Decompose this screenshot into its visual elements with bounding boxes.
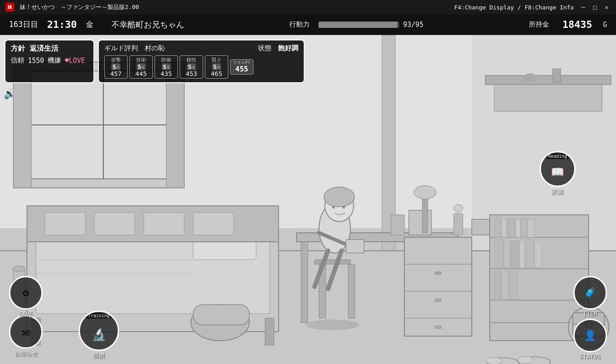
svg-rect-70 xyxy=(494,271,501,299)
svg-rect-64 xyxy=(494,240,503,267)
item-button[interactable]: 🧳 ITEM xyxy=(573,276,607,319)
shortcut-hint: F4:Change Display / F8:Change Info xyxy=(454,4,574,11)
maximize-button[interactable]: □ xyxy=(591,3,599,11)
svg-rect-62 xyxy=(521,218,527,237)
svg-rect-43 xyxy=(454,215,463,235)
svg-rect-60 xyxy=(507,218,515,237)
svg-rect-24 xyxy=(144,213,184,235)
svg-rect-65 xyxy=(504,242,510,267)
notification-button[interactable]: ✉ お知らせ xyxy=(9,315,43,360)
gold-value: 18435 xyxy=(563,19,592,30)
notification-circle: ✉ xyxy=(9,315,43,349)
svg-rect-69 xyxy=(535,242,541,267)
svg-rect-10 xyxy=(485,75,611,84)
svg-rect-22 xyxy=(45,213,85,235)
svg-rect-23 xyxy=(94,213,135,235)
training-button[interactable]: Training 🔬 研鑽 xyxy=(79,311,119,362)
svg-rect-35 xyxy=(315,260,350,264)
day-display: 163日目 xyxy=(9,19,38,30)
svg-point-79 xyxy=(324,187,355,207)
gold-label: 所持金 xyxy=(529,20,549,29)
svg-rect-37 xyxy=(348,264,355,318)
guild-panel: ギルド評判 村の恥 状態 飽好調 攻撃 S+ 457 技術 S+ 445 防御 … xyxy=(98,40,305,83)
gold-unit: G xyxy=(603,21,607,29)
game-area: 🔊 方針 返済生活 信頼 1550 機嫌 ♥LOVE ギルド評判 村の恥 xyxy=(0,35,616,364)
trust-label: 信頼 xyxy=(11,56,24,65)
day-of-week: 金 xyxy=(86,19,93,30)
close-button[interactable]: ✕ xyxy=(603,3,611,11)
svg-rect-68 xyxy=(525,240,534,267)
policy-label: 方針 xyxy=(11,44,25,53)
app-icon-label: 妹 xyxy=(8,4,12,10)
training-label: 研鑽 xyxy=(93,352,105,360)
reading-circle: Reading 📖 xyxy=(540,151,576,187)
svg-rect-83 xyxy=(346,240,364,253)
guild-label: ギルド評判 村の恥 xyxy=(104,44,165,53)
svg-point-44 xyxy=(453,213,464,217)
svg-rect-31 xyxy=(193,305,249,325)
svg-rect-61 xyxy=(516,220,520,237)
statusbar: 163日目 21:30 金 不幸酷町お兄ちゃん 行動力 93/95 所持金 18… xyxy=(0,14,616,35)
app-title: 妹！せいかつ ～ファンタジー～製品版2.00 xyxy=(20,3,449,11)
stat-item-0: 攻撃 S+ 457 xyxy=(104,55,128,79)
save-button[interactable]: ⚙ SAVE xyxy=(9,276,43,319)
svg-rect-27 xyxy=(265,318,274,345)
info-panel: 方針 返済生活 信頼 1550 機嫌 ♥LOVE ギルド評判 村の恥 状態 飽好… xyxy=(4,40,305,83)
svg-point-29 xyxy=(13,266,25,271)
stat-item-2: 防御 S+ 435 xyxy=(155,55,178,79)
svg-point-12 xyxy=(523,73,537,82)
svg-rect-25 xyxy=(193,213,234,235)
stats-row: 攻撃 S+ 457 技術 S+ 445 防御 S+ 435 根性 S+ 453 … xyxy=(104,55,298,79)
reading-tag: Reading xyxy=(546,153,569,159)
svg-rect-66 xyxy=(511,241,519,267)
minimize-button[interactable]: ─ xyxy=(579,3,587,11)
action-value: 93/95 xyxy=(403,21,423,29)
save-circle: ⚙ xyxy=(9,276,43,310)
stat-item-4: 賢さ S+ 465 xyxy=(205,55,228,79)
stat-item-5: スキルPt 455 xyxy=(230,59,253,75)
item-label: ITEM xyxy=(583,311,597,317)
training-tag: Training xyxy=(86,313,111,319)
svg-point-76 xyxy=(518,356,534,364)
action-bar-background xyxy=(319,22,399,28)
action-label: 行動力 xyxy=(289,20,310,29)
svg-point-86 xyxy=(306,320,359,330)
save-label: SAVE xyxy=(19,311,33,317)
svg-rect-58 xyxy=(494,217,501,237)
notification-label: お知らせ xyxy=(14,350,38,358)
svg-rect-72 xyxy=(509,271,518,299)
stat-item-3: 根性 S+ 453 xyxy=(180,55,203,79)
svg-rect-59 xyxy=(501,219,507,237)
training-circle: Training 🔬 xyxy=(79,311,119,351)
svg-rect-50 xyxy=(435,272,441,275)
reading-label: 読書 xyxy=(552,188,563,196)
svg-point-85 xyxy=(342,206,345,209)
sound-icon[interactable]: 🔊 xyxy=(4,88,16,99)
status-circle: 👤 xyxy=(573,319,607,352)
policy-value: 返済生活 xyxy=(30,44,58,53)
stat-item-1: 技術 S+ 445 xyxy=(129,55,153,79)
svg-rect-63 xyxy=(527,219,535,237)
titlebar: 妹 妹！せいかつ ～ファンタジー～製品版2.00 F4:Change Displ… xyxy=(0,0,616,14)
svg-rect-71 xyxy=(502,272,508,299)
svg-rect-46 xyxy=(404,237,472,336)
status-button[interactable]: 👤 STATUS xyxy=(573,319,607,362)
svg-rect-52 xyxy=(435,326,441,328)
status-label: STATUS xyxy=(580,353,601,360)
policy-panel: 方針 返済生活 信頼 1550 機嫌 ♥LOVE xyxy=(4,40,94,83)
svg-point-84 xyxy=(332,206,335,209)
svg-point-45 xyxy=(454,204,463,212)
svg-rect-51 xyxy=(435,299,441,302)
svg-point-41 xyxy=(414,186,436,199)
svg-rect-11 xyxy=(494,84,602,111)
player-name: 不幸酷町お兄ちゃん xyxy=(111,19,184,30)
reading-button[interactable]: Reading 📖 読書 xyxy=(540,151,576,198)
item-circle: 🧳 xyxy=(573,276,607,310)
svg-point-75 xyxy=(486,357,502,364)
mood-value: ♥LOVE xyxy=(65,57,85,65)
time-display: 21:30 xyxy=(47,19,77,30)
svg-rect-13 xyxy=(553,69,561,82)
action-bar: 93/95 xyxy=(319,21,423,29)
window-controls: ─ □ ✕ xyxy=(579,3,611,11)
trust-value: 1550 xyxy=(28,57,44,65)
